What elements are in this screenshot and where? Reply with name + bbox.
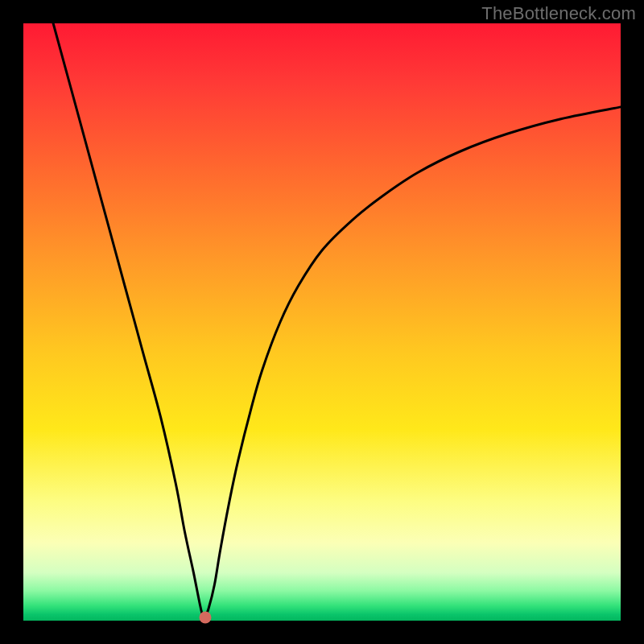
optimum-marker [200, 612, 212, 624]
watermark-text: TheBottleneck.com [481, 3, 636, 24]
chart-area [23, 23, 621, 621]
bottleneck-curve [23, 23, 621, 621]
curve-path [53, 23, 621, 616]
